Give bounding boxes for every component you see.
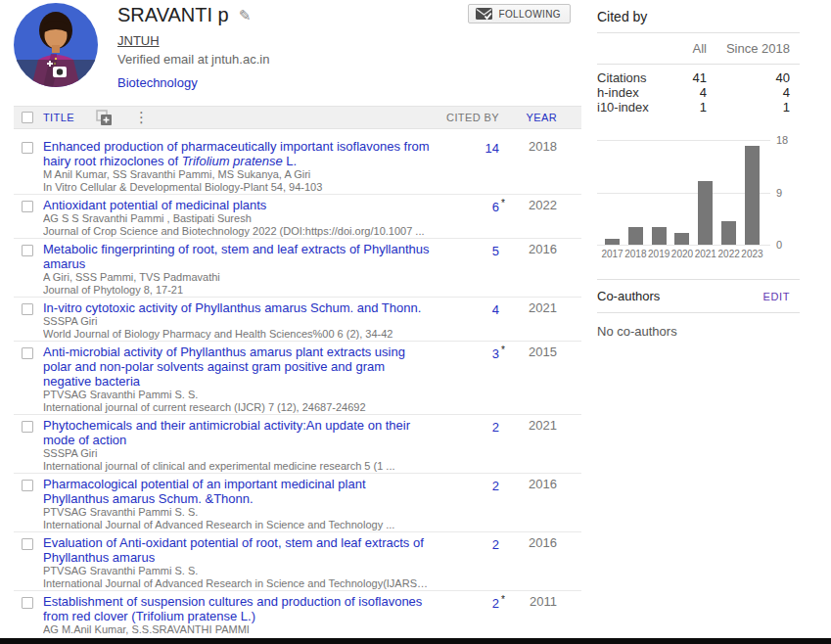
cited-by-count-link[interactable]: 4 <box>492 302 499 317</box>
citation-bar-2018[interactable] <box>628 227 643 245</box>
citations-per-year-chart: 18 9 0 <box>597 140 770 246</box>
cited-by-count-link[interactable]: 3 <box>492 346 499 361</box>
more-options-ellipsis-icon[interactable]: ⋮ <box>134 113 149 122</box>
affiliation-link[interactable]: JNTUH <box>117 33 160 48</box>
row-checkbox[interactable] <box>22 421 33 433</box>
citation-bar-2021[interactable] <box>698 181 713 245</box>
row-checkbox[interactable] <box>22 480 33 491</box>
cited-by-count-link[interactable]: 6 <box>492 200 499 214</box>
cited-by-column-header[interactable]: CITED BY <box>444 112 499 123</box>
coauthors-edit-link[interactable]: EDIT <box>763 291 790 302</box>
chart-year-label: 2023 <box>741 249 763 259</box>
row-checkbox[interactable] <box>22 303 33 315</box>
title-text-segment: Metabolic fingerprinting of root, stem a… <box>43 242 430 271</box>
publication-row: Metabolic fingerprinting of root, stem a… <box>14 239 581 298</box>
merged-citations-asterisk: * <box>499 345 505 355</box>
cited-by-count-link[interactable]: 2 <box>492 596 499 611</box>
publication-title-link[interactable]: Phytochemicals and their antimicrobial a… <box>43 418 431 447</box>
verified-email-text: Verified email at jntuh.ac.in <box>117 52 581 67</box>
following-button-label: FOLLOWING <box>498 9 561 20</box>
chart-bar-column <box>741 140 763 245</box>
citations-all-value: 41 <box>653 70 707 85</box>
profile-name: SRAVANTI p <box>117 4 229 26</box>
publication-title-link[interactable]: Establishment of suspension cultures and… <box>43 594 431 623</box>
title-text-segment: Trifolium pratense <box>182 154 283 168</box>
citation-bar-2020[interactable] <box>674 233 689 245</box>
interest-link-biotechnology[interactable]: Biotechnology <box>117 75 198 90</box>
publication-venue: Journal of Phytology 8, 17-21 <box>43 284 431 297</box>
publication-venue: World Journal of Biology Pharmacy and He… <box>43 328 431 341</box>
h-index-label: h-index <box>597 85 653 100</box>
profile-section: SRAVANTI p ✎ JNTUH Verified email at jnt… <box>14 0 581 106</box>
following-button[interactable]: FOLLOWING <box>468 4 571 23</box>
column-since-2018-header: Since 2018 <box>707 41 790 56</box>
merge-export-icon[interactable] <box>96 110 113 126</box>
citation-bar-2023[interactable] <box>745 146 760 245</box>
publications-table-header: TITLE ⋮ CITED BY YEAR <box>14 106 581 129</box>
publication-year: 2015 <box>512 345 557 359</box>
row-checkbox[interactable] <box>22 201 33 212</box>
publication-title-link[interactable]: In-vitro cytotoxic activity of Phyllanth… <box>43 300 431 315</box>
publication-year: 2021 <box>512 300 557 315</box>
no-coauthors-text: No co-authors <box>597 313 800 339</box>
publication-authors: SSSPA Giri <box>43 447 431 460</box>
i10-index-row: i10-index 1 1 <box>597 100 790 115</box>
citation-bar-2017[interactable] <box>605 239 620 245</box>
publication-row: Establishment of suspension cultures and… <box>14 591 581 644</box>
h-index-all-value: 4 <box>653 85 707 100</box>
row-checkbox[interactable] <box>22 538 33 550</box>
chart-bar-column <box>601 140 623 245</box>
publication-row: Antioxidant potential of medicinal plant… <box>14 195 581 239</box>
publication-title-link[interactable]: Evaluation of Anti-oxidant potential of … <box>43 535 431 565</box>
row-checkbox[interactable] <box>22 347 33 359</box>
row-checkbox[interactable] <box>22 245 33 256</box>
year-column-header[interactable]: YEAR <box>512 112 557 123</box>
publication-authors: AG S S Sravanthi Pammi , Bastipati Sures… <box>43 212 431 225</box>
cited-by-count-link[interactable]: 5 <box>492 244 499 258</box>
chart-bar-column <box>624 140 647 245</box>
publication-authors: M Anil Kumar, SS Sravanthi Pammi, MS Suk… <box>43 168 431 181</box>
gridline-0 <box>597 245 770 246</box>
publication-venue: International journal of current researc… <box>43 401 431 414</box>
avatar[interactable] <box>14 3 98 87</box>
row-checkbox[interactable] <box>22 142 33 154</box>
publication-title-link[interactable]: Anti-microbial activity of Phyllanthus a… <box>43 345 431 389</box>
publication-venue: Journal of Crop Science and Biotechnolog… <box>43 225 431 238</box>
publication-authors: PTVSAG Sravanthi Pammi S. S. <box>43 389 431 401</box>
select-all-checkbox[interactable] <box>22 112 33 123</box>
merged-citations-asterisk <box>499 300 501 311</box>
chart-year-label: 2019 <box>648 249 670 259</box>
publication-title-link[interactable]: Metabolic fingerprinting of root, stem a… <box>43 242 431 271</box>
citation-bar-2022[interactable] <box>721 221 736 245</box>
cited-by-count-link[interactable]: 2 <box>492 420 499 435</box>
publication-title-link[interactable]: Pharmacological potential of an importan… <box>43 477 431 506</box>
chart-year-label: 2017 <box>601 249 623 259</box>
publication-title-link[interactable]: Antioxidant potential of medicinal plant… <box>43 198 431 212</box>
publication-authors: PTVSAG Sravanthi Pammi S. S. <box>43 565 431 577</box>
merged-citations-asterisk: * <box>499 198 505 208</box>
publication-title-link[interactable]: Enhanced production of pharmaceutically … <box>43 139 431 168</box>
y-axis-tick-18: 18 <box>776 134 788 146</box>
edit-name-pencil-icon[interactable]: ✎ <box>239 7 252 24</box>
sidebar: Cited by All Since 2018 Citations 41 40 … <box>597 0 800 339</box>
publication-year: 2016 <box>512 242 557 256</box>
merged-citations-asterisk: * <box>499 594 505 605</box>
citations-since-value: 40 <box>707 70 790 85</box>
cited-by-count-link[interactable]: 14 <box>485 141 499 156</box>
chart-year-label: 2020 <box>670 249 693 259</box>
publications-list: Enhanced production of pharmaceutically … <box>14 136 581 644</box>
citation-bar-2019[interactable] <box>652 227 667 245</box>
merged-citations-asterisk <box>499 139 501 150</box>
title-text-segment: Anti-microbial activity of Phyllanthus a… <box>43 345 405 389</box>
merged-citations-asterisk <box>499 535 501 546</box>
publication-row: Anti-microbial activity of Phyllanthus a… <box>14 342 581 415</box>
publication-row: Enhanced production of pharmaceutically … <box>14 136 581 195</box>
cited-by-count-link[interactable]: 2 <box>492 479 499 493</box>
citations-label: Citations <box>597 70 653 85</box>
cited-by-count-link[interactable]: 2 <box>492 537 499 552</box>
title-column-header[interactable]: TITLE <box>43 112 74 123</box>
chart-bar-column <box>717 140 740 245</box>
chart-year-label: 2022 <box>717 249 740 259</box>
row-checkbox[interactable] <box>22 597 33 609</box>
publication-row: In-vitro cytotoxic activity of Phyllanth… <box>14 298 581 342</box>
